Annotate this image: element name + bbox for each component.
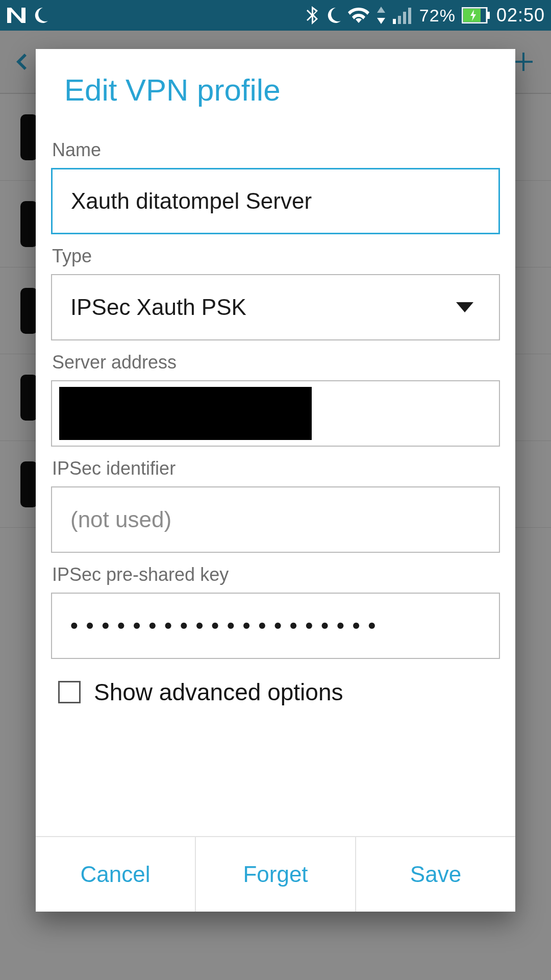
server-address-label: Server address xyxy=(52,352,500,373)
ipsec-identifier-label: IPSec identifier xyxy=(52,458,500,479)
moon-icon xyxy=(32,7,49,24)
advanced-options-checkbox[interactable] xyxy=(58,681,81,703)
battery-percent: 72% xyxy=(419,6,456,26)
battery-charging-icon xyxy=(462,7,490,23)
advanced-options-row[interactable]: Show advanced options xyxy=(51,674,500,710)
type-select[interactable]: IPSec Xauth PSK xyxy=(51,274,500,340)
svg-rect-1 xyxy=(398,16,401,24)
cancel-button[interactable]: Cancel xyxy=(36,837,196,912)
advanced-options-label: Show advanced options xyxy=(94,678,343,706)
dialog-body: Name Xauth ditatompel Server Type IPSec … xyxy=(36,128,515,836)
ipsec-psk-input[interactable]: •••••••••••••••••••• xyxy=(51,593,500,659)
svg-rect-3 xyxy=(408,8,411,24)
n-logo-icon xyxy=(6,7,27,24)
edit-vpn-dialog: Edit VPN profile Name Xauth ditatompel S… xyxy=(36,49,515,912)
dialog-actions: Cancel Forget Save xyxy=(36,836,515,912)
svg-rect-5 xyxy=(487,12,490,19)
dialog-title: Edit VPN profile xyxy=(36,49,515,128)
svg-rect-0 xyxy=(393,19,396,24)
ipsec-psk-masked: •••••••••••••••••••• xyxy=(70,615,384,636)
cellular-signal-icon xyxy=(393,7,413,24)
status-bar: 72% 02:50 xyxy=(0,0,551,31)
data-sort-icon xyxy=(375,7,387,24)
clock: 02:50 xyxy=(496,5,545,26)
name-input-value: Xauth ditatompel Server xyxy=(71,188,312,214)
type-label: Type xyxy=(52,246,500,267)
type-select-value: IPSec Xauth PSK xyxy=(70,295,246,320)
name-input[interactable]: Xauth ditatompel Server xyxy=(51,168,500,234)
forget-button[interactable]: Forget xyxy=(196,837,356,912)
redacted-server-address xyxy=(59,387,312,440)
ipsec-identifier-input[interactable]: (not used) xyxy=(51,486,500,553)
server-address-input[interactable] xyxy=(51,380,500,447)
chevron-down-icon xyxy=(456,302,473,312)
ipsec-identifier-placeholder: (not used) xyxy=(70,507,171,532)
save-button[interactable]: Save xyxy=(356,837,515,912)
ipsec-psk-label: IPSec pre-shared key xyxy=(52,564,500,585)
name-label: Name xyxy=(52,139,500,161)
bluetooth-icon xyxy=(306,6,318,25)
svg-rect-2 xyxy=(403,12,406,24)
wifi-icon xyxy=(348,7,369,24)
moon-icon xyxy=(324,7,342,24)
